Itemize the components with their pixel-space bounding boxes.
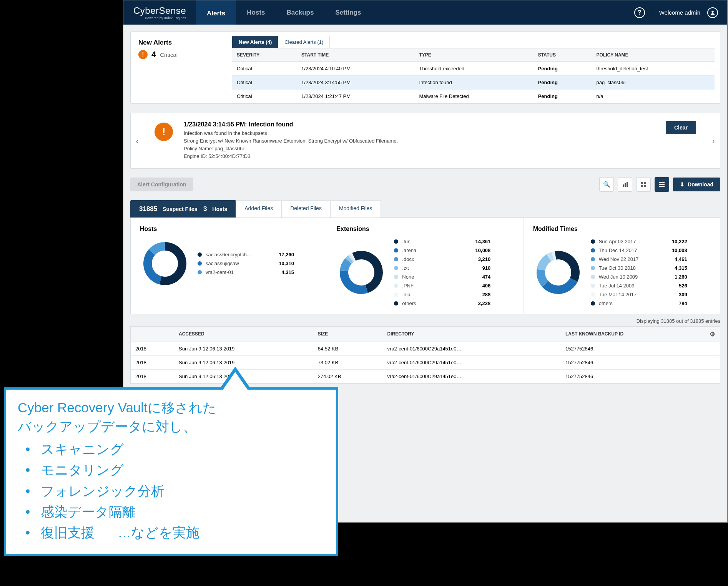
legend-item: Tue Jul 14 2009526 xyxy=(591,283,711,289)
legend-label: .txt xyxy=(402,265,464,271)
legend-value: 1,260 xyxy=(664,274,687,280)
file-col[interactable]: LAST KNOWN BACKUP ID xyxy=(561,327,705,342)
alert-row[interactable]: Critical1/23/2024 4:10:40 PMThreshold ex… xyxy=(232,62,715,76)
legend-label: others xyxy=(599,300,660,306)
file-col[interactable]: ACCESSED xyxy=(174,327,313,342)
svg-point-0 xyxy=(711,10,713,12)
legend-item: .txt910 xyxy=(394,265,514,271)
chart-extensions: Extensions.fun14,361.arena10,008.docx3,2… xyxy=(327,218,524,314)
legend-label: saclass6encryptch… xyxy=(206,252,267,257)
alert-detail-panel: ‹ ! 1/23/2024 3:14:55 PM: Infection foun… xyxy=(130,113,720,169)
file-tab-added-files[interactable]: Added Files xyxy=(236,200,282,217)
legend-item: Wed Nov 22 20174,461 xyxy=(591,256,711,262)
legend-item: saclass6encryptch…17,260 xyxy=(198,252,317,257)
file-col[interactable]: SIZE xyxy=(313,327,383,342)
svg-rect-6 xyxy=(641,185,643,187)
nav-settings[interactable]: Settings xyxy=(324,0,372,25)
alert-row[interactable]: Critical1/23/2024 1:21:47 PMMalware File… xyxy=(232,90,715,103)
legend-label: saclass6jigsaw xyxy=(206,261,267,266)
legend-item: saclass6jigsaw10,310 xyxy=(198,261,317,266)
legend-value: 474 xyxy=(467,274,490,280)
legend-dot xyxy=(394,292,398,297)
legend-value: 10,008 xyxy=(664,247,687,253)
nav-alerts[interactable]: Alerts xyxy=(196,0,236,25)
display-info: Displaying 31885 out of 31885 entries xyxy=(130,314,720,326)
charts-row: Hostssaclass6encryptch…17,260saclass6jig… xyxy=(130,218,720,314)
legend-item: .arena10,008 xyxy=(394,247,514,253)
search-icon[interactable]: 🔍 xyxy=(599,177,614,192)
legend-item: Sun Apr 02 201710,222 xyxy=(591,239,711,244)
legend-value: 910 xyxy=(467,265,490,271)
chart-modified-times: Modified TimesSun Apr 02 201710,222Thu D… xyxy=(524,218,720,314)
legend-item: .fun14,361 xyxy=(394,239,514,244)
legend-value: 10,222 xyxy=(664,239,687,244)
alert-row[interactable]: Critical1/23/2024 3:14:55 PMInfection fo… xyxy=(232,76,715,90)
logo-tagline: Powered by Index Engines xyxy=(133,16,186,20)
legend-dot xyxy=(198,261,202,266)
prev-alert-button[interactable]: ‹ xyxy=(131,136,144,145)
alerts-table: SEVERITYSTART TIMETYPESTATUSPOLICY NAME … xyxy=(232,48,715,103)
list-view-icon[interactable] xyxy=(655,177,669,192)
download-button[interactable]: ⬇Download xyxy=(673,178,720,191)
legend-item: Wed Jun 10 20091,260 xyxy=(591,274,711,280)
topbar: CyberSense Powered by Index Engines Aler… xyxy=(123,0,727,25)
logo-text: CyberSense xyxy=(133,5,186,16)
grid-view-icon[interactable] xyxy=(636,177,651,192)
next-alert-button[interactable]: › xyxy=(707,136,720,145)
welcome-text: Welcome admin xyxy=(659,9,700,16)
svg-rect-5 xyxy=(644,182,646,184)
help-icon[interactable]: ? xyxy=(634,7,645,18)
alert-tabs: New Alerts (4)Cleared Alerts (1) xyxy=(232,36,715,48)
file-tab-modified-files[interactable]: Modified Files xyxy=(330,200,381,217)
legend-dot xyxy=(394,301,398,305)
logo: CyberSense Powered by Index Engines xyxy=(123,5,196,20)
callout-item: フォレンジック分析 xyxy=(18,481,324,501)
nav-backups[interactable]: Backups xyxy=(276,0,325,25)
svg-rect-4 xyxy=(641,182,643,184)
download-icon: ⬇ xyxy=(680,181,685,188)
legend-item: .docx3,210 xyxy=(394,256,514,262)
alert-tab-1[interactable]: Cleared Alerts (1) xyxy=(278,36,330,48)
legend-value: 309 xyxy=(664,292,687,297)
alert-tab-0[interactable]: New Alerts (4) xyxy=(232,36,278,48)
legend-dot xyxy=(591,284,595,288)
chart-view-icon[interactable] xyxy=(618,177,632,192)
legend-label: Sun Apr 02 2017 xyxy=(599,239,660,244)
svg-rect-2 xyxy=(625,183,626,187)
file-tab-deleted-files[interactable]: Deleted Files xyxy=(281,200,331,217)
legend-dot xyxy=(591,239,595,244)
annotation-callout: Cyber Recovery Vaultに移されたバックアップデータに対し、 ス… xyxy=(4,387,338,556)
col-policy-name: POLICY NAME xyxy=(592,48,715,62)
legend-label: Tue Mar 14 2017 xyxy=(599,292,660,297)
main-nav: AlertsHostsBackupsSettings xyxy=(196,0,372,25)
callout-item: モニタリング xyxy=(18,460,324,480)
legend-item: others2,228 xyxy=(394,300,514,306)
legend-value: 10,008 xyxy=(467,247,490,253)
legend-dot xyxy=(591,292,595,297)
legend-value: 526 xyxy=(664,283,687,289)
nav-hosts[interactable]: Hosts xyxy=(236,0,276,25)
download-label: Download xyxy=(688,181,713,188)
gear-icon[interactable]: ⚙ xyxy=(705,327,720,342)
legend-item: .PNF406 xyxy=(394,283,514,289)
legend-label: Wed Jun 10 2009 xyxy=(599,274,660,280)
legend-label: None xyxy=(402,274,464,280)
toolbar: Alert Configuration 🔍 ⬇Download xyxy=(130,177,720,192)
legend-dot xyxy=(198,252,202,257)
alert-configuration-button[interactable]: Alert Configuration xyxy=(130,178,193,191)
callout-item: 感染データ隔離 xyxy=(18,501,324,522)
alerts-count: 4 xyxy=(151,50,156,60)
file-row[interactable]: 2018Sun Jun 9 12:06:13 201984.52 KBvra2-… xyxy=(131,342,720,355)
alert-icon: ! xyxy=(155,123,173,141)
clear-button[interactable]: Clear xyxy=(666,121,696,134)
legend-item: Tue Oct 30 20184,315 xyxy=(591,265,711,271)
file-col[interactable]: DIRECTORY xyxy=(383,327,561,342)
legend-label: Thu Dec 14 2017 xyxy=(599,247,660,253)
user-icon[interactable] xyxy=(707,7,718,18)
legend-item: None474 xyxy=(394,274,514,280)
chart-title: Extensions xyxy=(336,226,514,232)
legend-dot xyxy=(591,266,595,270)
alert-detail-title: 1/23/2024 3:14:55 PM: Infection found xyxy=(184,121,655,128)
legend-value: 2,228 xyxy=(467,300,490,306)
tab-suspect-files[interactable]: 31885 Suspect Files 3 Hosts xyxy=(130,200,236,217)
